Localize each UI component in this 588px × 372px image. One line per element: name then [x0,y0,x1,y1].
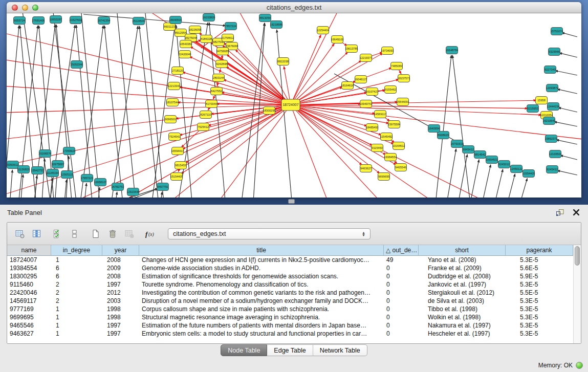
graph-node[interactable]: 9242848 [216,60,228,68]
graph-node[interactable]: 12093872 [546,84,559,92]
graph-node[interactable]: 2803144 [213,74,225,82]
table-row[interactable]: 1938455462009Genome-wide association stu… [7,264,581,272]
column-header-pagerank[interactable]: pagerank [506,245,573,255]
zoom-window-button[interactable] [32,5,38,11]
graph-node[interactable]: 16594417 [171,147,184,155]
delete-column-button[interactable] [105,226,120,242]
graph-node[interactable]: 9814542 [474,151,486,159]
graph-node[interactable]: 7485083 [391,62,403,70]
column-header-out_degree[interactable]: △ out_de… [384,245,419,255]
graph-node[interactable]: 8215953 [527,105,539,113]
graph-node[interactable]: 18300295 [263,107,276,115]
graph-node[interactable]: 12450122 [510,165,523,173]
graph-node[interactable]: 7524541 [169,133,181,141]
graph-node[interactable]: 18724007 [281,99,300,111]
graph-node[interactable]: 12219377 [360,54,373,62]
graph-node[interactable]: 10543382 [180,40,192,48]
graph-node[interactable]: 9155462 [385,86,397,94]
minimize-window-button[interactable] [22,5,28,11]
table-row[interactable]: 946362711997Embryonic stem cells: a mode… [7,330,581,338]
graph-node[interactable]: 2718120 [172,67,184,75]
graph-node[interactable]: 9457791 [157,183,169,191]
graph-node[interactable]: 16033809 [203,14,215,21]
graph-node[interactable]: 18157571 [398,75,410,82]
graph-node[interactable]: 11156829 [17,166,30,173]
graph-node[interactable]: 18226058 [189,26,202,34]
graph-node[interactable]: 16782753 [112,183,124,191]
network-canvas[interactable]: 1872400786011238912954182260581827504810… [7,13,581,198]
graph-node[interactable]: 9055724 [14,17,26,25]
graph-node[interactable]: 19384554 [384,154,397,161]
float-panel-button[interactable] [556,209,564,216]
graph-node[interactable]: 15751074 [551,28,563,35]
graph-node[interactable]: 10354405 [522,170,535,178]
graph-node[interactable]: 15975584 [388,121,401,128]
table-selector[interactable]: citations_edges.txt ▲▼ [168,228,371,239]
graph-node[interactable]: 25124549 [133,17,145,25]
graph-node[interactable]: 8427552 [211,87,223,95]
window-titlebar[interactable]: citations_edges.txt [7,2,581,13]
table-row[interactable]: 1456911722003Disruption of a novel membe… [7,297,581,305]
graph-node[interactable]: 9115460 [372,144,383,152]
graph-node[interactable]: 17359924 [63,147,76,155]
graph-node[interactable]: 12923448 [127,188,140,196]
graph-node[interactable]: 9227343 [545,66,556,74]
table-mode-button[interactable] [12,226,28,242]
graph-node[interactable]: 30975887 [52,161,64,168]
graph-node[interactable]: 19218586 [270,21,283,29]
graph-node[interactable]: 18107544 [166,99,179,106]
scrollbar-thumb[interactable] [575,246,580,266]
graph-node[interactable]: 15892371 [545,135,558,143]
graph-node[interactable]: 20206576 [39,150,52,158]
graph-node[interactable]: 10654532 [486,156,498,164]
graph-node[interactable]: 8938923 [438,132,449,139]
graph-node[interactable]: 9245412 [547,166,558,173]
graph-node[interactable]: 16107427 [366,88,379,96]
new-column-button[interactable] [88,226,103,242]
column-header-title[interactable]: title [139,245,384,255]
graph-node[interactable]: 22420046 [179,51,191,58]
deselect-all-button[interactable] [67,226,82,242]
graph-node[interactable]: 16791919 [451,140,464,148]
graph-node[interactable]: 16046127 [355,76,367,83]
graph-node[interactable]: 9699695 [378,173,390,181]
graph-node[interactable]: 9465546 [395,164,407,171]
column-header-short[interactable]: short [419,245,506,255]
graph-node[interactable]: 18164616 [341,82,354,90]
select-all-button[interactable] [50,226,66,242]
show-columns-button[interactable] [29,226,45,242]
table-row[interactable]: 2242004622012Investigating the contribut… [7,289,581,297]
graph-node[interactable]: 17957223 [81,174,94,182]
graph-node[interactable]: 9463627 [360,165,372,172]
graph-node[interactable]: 12444154 [547,103,560,111]
graph-node[interactable]: 9815453 [175,162,187,169]
graph-node[interactable]: 16741354 [98,17,111,25]
graph-node[interactable]: 15942757 [31,167,44,174]
graph-node[interactable]: 18485493 [366,124,379,132]
table-row[interactable]: 1872400712008Changes of HCN gene express… [7,256,581,264]
close-panel-button[interactable] [573,209,580,216]
table-row[interactable]: 946554611997Estimation of the future num… [7,321,581,330]
graph-node[interactable]: 8267110 [200,111,212,119]
tab-network-table[interactable]: Network Table [313,344,367,356]
graph-node[interactable]: 7857224 [225,23,237,30]
table-row[interactable]: 969969511998Structural magnetic resonanc… [7,313,581,321]
table-row[interactable]: 977716911998Corpus callosum shape and si… [7,305,581,313]
graph-node[interactable]: 14569117 [374,111,386,118]
graph-node[interactable]: 16640916 [169,16,182,24]
graph-node[interactable]: 15958 [536,97,548,104]
graph-node[interactable]: 11545492 [380,133,393,141]
table-row[interactable]: 1830029562008Estimation of significance … [7,272,581,280]
graph-node[interactable]: 10653287 [50,16,62,24]
tab-edge-table[interactable]: Edge Table [267,344,313,356]
graph-node[interactable]: 9245012 [498,161,510,168]
column-header-name[interactable]: name [7,245,51,255]
column-header-in_degree[interactable]: in_degree [51,245,102,255]
graph-node[interactable]: 15544091 [397,98,409,106]
graph-node[interactable]: 21754612 [222,34,234,42]
graph-node[interactable]: 15154405 [170,173,183,181]
graph-node[interactable]: 25053346 [71,61,83,69]
memory-status[interactable]: Memory: OK [538,362,583,369]
graph-node[interactable]: 19734093 [381,47,394,55]
close-window-button[interactable] [12,5,18,11]
